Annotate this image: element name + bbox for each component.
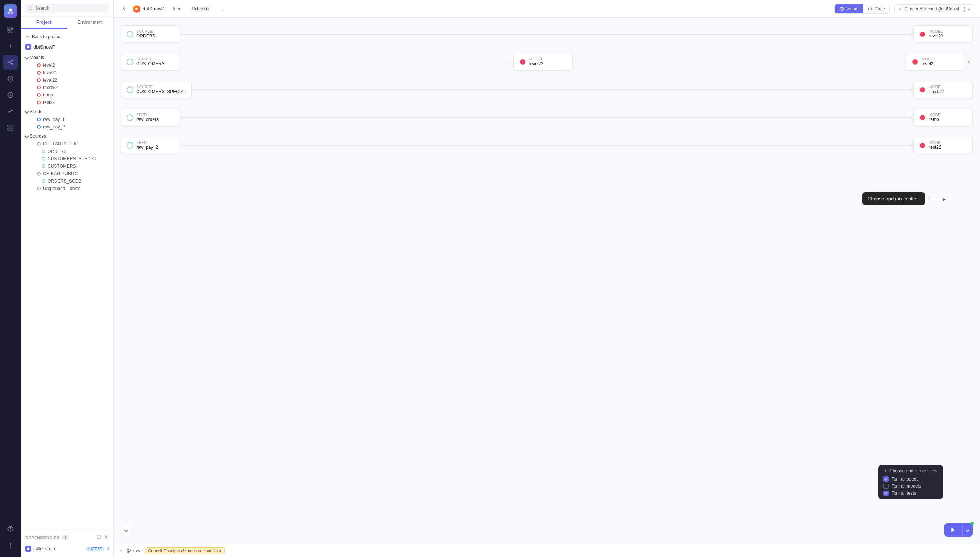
- tree-item-test22[interactable]: test22: [21, 99, 113, 106]
- source-customers[interactable]: CUSTOMERS: [21, 163, 113, 170]
- node-source-customers[interactable]: Source CUSTOMERS: [121, 53, 180, 70]
- run-option-seeds[interactable]: Run all seeds: [884, 477, 938, 482]
- info-tab-button[interactable]: Info: [169, 5, 184, 13]
- source-orders[interactable]: ORDERS: [21, 148, 113, 155]
- node-source-orders[interactable]: Source ORDERS: [121, 25, 180, 43]
- seed-node-icon: [127, 142, 133, 149]
- checkbox-seeds-icon: [884, 477, 889, 482]
- run-panel-check-icon: ✦: [884, 468, 887, 474]
- svg-point-11: [12, 64, 13, 65]
- settings-icon[interactable]: [104, 534, 109, 541]
- source-node-icon: [127, 31, 133, 37]
- code-view-button[interactable]: Code: [863, 5, 890, 13]
- tree-item-level22[interactable]: level22: [21, 77, 113, 84]
- sources-section-label[interactable]: Sources: [21, 132, 113, 140]
- tree-item-level21[interactable]: level21: [21, 69, 113, 77]
- connector-3: [192, 90, 913, 90]
- node-model-test22[interactable]: Model test22: [913, 137, 973, 154]
- node-model-temp[interactable]: Model temp: [913, 109, 973, 126]
- source-group-chetan[interactable]: CHETAN.PUBLIC: [21, 140, 113, 148]
- help-nav-icon[interactable]: [3, 521, 18, 536]
- node-model-level21[interactable]: Model level21: [913, 25, 973, 43]
- more-nav-icon[interactable]: [3, 538, 18, 552]
- source-orders-scd2[interactable]: ORDERS_SCD2: [21, 178, 113, 185]
- run-expand-button[interactable]: [962, 523, 973, 537]
- model-dot-icon: [37, 93, 41, 97]
- tab-environment[interactable]: Environment: [67, 17, 114, 29]
- run-tooltip: Choose and run entities. ▶: [862, 192, 943, 205]
- scroll-down-icon: [124, 528, 128, 532]
- cluster-dropdown-icon: [967, 7, 970, 10]
- node-seed-raw-pay-2[interactable]: Seed raw_pay_2: [121, 137, 180, 154]
- source-customers-special[interactable]: CUSTOMERS_SPECIAL: [21, 155, 113, 163]
- model-node-icon: [919, 142, 926, 149]
- more-options-button[interactable]: ...: [219, 5, 226, 13]
- models-section-label[interactable]: Models: [21, 54, 113, 62]
- tooltip-content: Choose and run entities.: [862, 192, 925, 205]
- source-node-icon: [127, 86, 133, 93]
- tree-item-raw_pay_2[interactable]: raw_pay_2: [21, 123, 113, 130]
- svg-point-0: [9, 8, 12, 11]
- files-nav-icon[interactable]: [3, 22, 18, 37]
- sources-chevron-icon: [24, 134, 29, 138]
- dag-canvas: Source ORDERS Model level21: [121, 25, 973, 285]
- source-ungrouped[interactable]: Ungrouped_Tables: [21, 185, 113, 192]
- canvas-area[interactable]: Source ORDERS Model level21: [114, 18, 980, 544]
- node-source-customers-special[interactable]: Source CUSTOMERS_SPECIAL: [121, 81, 192, 98]
- run-option-tests[interactable]: Run all tests: [884, 490, 938, 496]
- svg-point-25: [10, 547, 11, 547]
- refresh-icon[interactable]: [96, 534, 101, 541]
- app-logo[interactable]: [4, 5, 17, 18]
- svg-point-24: [10, 545, 11, 546]
- diagram-nav-icon[interactable]: [3, 55, 18, 70]
- svg-point-22: [10, 530, 11, 530]
- tree-item-model2[interactable]: model2: [21, 84, 113, 91]
- schedule-tab-button[interactable]: Schedule: [188, 5, 214, 13]
- tree-item-level2[interactable]: level2: [21, 62, 113, 69]
- cluster-badge[interactable]: ✓ Cluster Attached (testSnowF...): [894, 5, 974, 13]
- tab-project[interactable]: Project: [21, 17, 67, 29]
- source-group-chirag[interactable]: CHIRAG.PUBLIC: [21, 170, 113, 178]
- add-nav-icon[interactable]: [3, 39, 18, 54]
- deps-badge: LATEST: [86, 547, 104, 551]
- visual-view-button[interactable]: Visual: [835, 5, 863, 13]
- back-link[interactable]: Back to project: [21, 32, 113, 42]
- run-play-button[interactable]: [944, 523, 962, 537]
- history-nav-icon[interactable]: [3, 88, 18, 103]
- analytics-nav-icon[interactable]: [3, 104, 18, 119]
- check-icon: ✓: [898, 6, 902, 11]
- visual-icon: [839, 6, 845, 11]
- main-content: dbtSnowP Info Schedule ... Visual Code ✓…: [114, 0, 980, 557]
- svg-rect-18: [11, 125, 13, 127]
- search-box[interactable]: [25, 4, 109, 13]
- model-node-icon: [919, 86, 926, 93]
- svg-rect-29: [27, 46, 30, 48]
- node-model-model2[interactable]: Model model2: [913, 81, 973, 98]
- scroll-down-button[interactable]: [121, 525, 131, 535]
- deps-count: 1: [62, 535, 68, 540]
- model-dot-icon: [37, 86, 41, 90]
- tree-item-temp[interactable]: temp: [21, 91, 113, 99]
- svg-line-27: [31, 9, 33, 10]
- search-input[interactable]: [35, 6, 106, 11]
- commit-changes-button[interactable]: Commit Changes (34 uncommitted files): [145, 547, 224, 554]
- connector-5: [180, 145, 913, 146]
- node-model-level2[interactable]: Model level2: [906, 53, 965, 70]
- arrow-icon: ▶: [942, 197, 946, 202]
- panel-tabs: Project Environment: [21, 17, 113, 29]
- collapse-panel-button[interactable]: [119, 4, 129, 14]
- apps-nav-icon[interactable]: [3, 120, 18, 135]
- deps-item-jaffle-shop[interactable]: jaffle_shop LATEST: [25, 544, 109, 554]
- node-seed-raw-orders[interactable]: Seed raw_orders: [121, 109, 180, 126]
- compass-nav-icon[interactable]: [3, 71, 18, 86]
- project-root[interactable]: dbtSnowP: [21, 42, 113, 52]
- tree-item-raw_pay_1[interactable]: raw_pay_1: [21, 116, 113, 123]
- source-item-dot-icon: [42, 179, 45, 183]
- run-option-models[interactable]: Run all models: [884, 484, 938, 489]
- node-model-level22[interactable]: Model level22: [514, 53, 573, 70]
- search-area: [21, 0, 113, 17]
- play-icon: [950, 527, 956, 533]
- source-group-dot-icon: [37, 142, 41, 146]
- svg-rect-6: [8, 31, 10, 32]
- seeds-section-label[interactable]: Seeds: [21, 107, 113, 116]
